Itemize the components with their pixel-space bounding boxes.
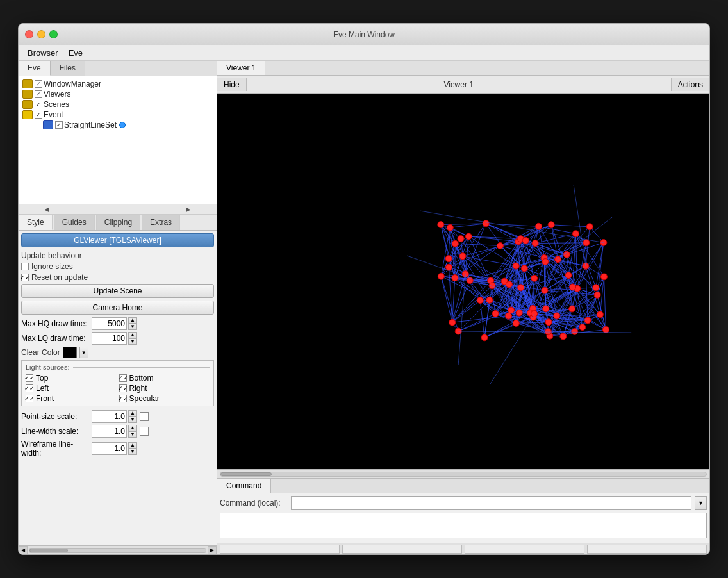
update-scene-button[interactable]: Update Scene	[21, 284, 214, 298]
point-size-check[interactable]	[140, 412, 149, 421]
light-specular: ✓ Specular	[119, 394, 210, 403]
line-width-up[interactable]: ▲	[128, 425, 137, 431]
wireframe-spinbox: ▲ ▼	[92, 442, 137, 455]
light-front: ✓ Front	[26, 394, 117, 403]
menu-browser[interactable]: Browser	[22, 47, 63, 59]
scroll-right-btn[interactable]: ▶	[208, 546, 217, 555]
tree-checkbox[interactable]: ✓	[55, 121, 63, 129]
command-content: Command (local): ▼	[217, 493, 709, 543]
tab-eve[interactable]: Eve	[19, 61, 51, 76]
update-behaviour-section: Update behaviour	[21, 251, 214, 260]
light-top: ✓ Top	[26, 374, 117, 383]
tree-checkbox[interactable]: ✓	[35, 111, 42, 119]
command-local-dropdown[interactable]: ▼	[695, 496, 707, 510]
status-segment-4	[587, 545, 707, 554]
window-title: Eve Main Window	[333, 30, 395, 39]
tree-label: StraightLineSet	[64, 120, 117, 129]
wireframe-row: Wireframe line-width: ▲ ▼	[21, 440, 214, 458]
max-hq-spinbox: ▲ ▼	[92, 317, 137, 330]
status-segment-2	[342, 545, 462, 554]
glviewer-button[interactable]: GLViewer [TGLSAViewer]	[21, 233, 214, 247]
max-lq-up[interactable]: ▲	[128, 332, 137, 338]
light-top-checkbox[interactable]: ✓	[26, 374, 33, 382]
prop-tab-style[interactable]: Style	[19, 215, 53, 230]
right-panel: Viewer 1 Hide Viewer 1 Actions Command	[217, 61, 709, 554]
h-scrollbar-track	[29, 548, 206, 553]
line-width-down[interactable]: ▼	[128, 431, 137, 438]
tree-item-windowmanager[interactable]: ✓ WindowManager	[20, 79, 215, 89]
max-hq-up[interactable]: ▲	[128, 317, 137, 324]
folder-icon	[43, 120, 53, 129]
command-local-input[interactable]	[291, 496, 691, 510]
light-front-checkbox[interactable]: ✓	[26, 395, 33, 402]
line-width-arrows: ▲ ▼	[128, 425, 137, 438]
point-size-up[interactable]: ▲	[128, 410, 137, 417]
hide-button[interactable]: Hide	[217, 78, 247, 91]
point-size-down[interactable]: ▼	[128, 417, 137, 423]
line-width-row: Line-width scale: ▲ ▼	[21, 425, 214, 438]
command-tab[interactable]: Command	[217, 479, 271, 493]
scroll-left-arrow[interactable]: ◀	[44, 206, 49, 213]
wireframe-up[interactable]: ▲	[128, 442, 137, 449]
reset-on-update-checkbox[interactable]: ✓	[21, 274, 29, 281]
prop-tab-clipping[interactable]: Clipping	[96, 215, 140, 230]
scroll-left-btn[interactable]: ◀	[19, 546, 28, 555]
command-local-row: Command (local): ▼	[220, 496, 707, 510]
max-hq-label: Max HQ draw time:	[21, 319, 92, 328]
folder-icon	[22, 100, 33, 109]
scroll-arrows: ◀ ▶	[19, 204, 217, 215]
tree-checkbox[interactable]: ✓	[35, 101, 42, 108]
line-width-spinbox: ▲ ▼	[92, 425, 137, 438]
light-bottom-checkbox[interactable]: ✓	[119, 374, 127, 382]
point-size-input[interactable]	[92, 410, 127, 423]
minimize-button[interactable]	[37, 30, 46, 38]
close-button[interactable]	[25, 30, 33, 38]
canvas-scrollbar-thumb	[220, 472, 272, 476]
tree-item-scenes[interactable]: ✓ Scenes	[20, 99, 215, 110]
prop-tab-extras[interactable]: Extras	[142, 215, 180, 230]
light-specular-label: Specular	[129, 394, 160, 403]
gl-canvas[interactable]	[217, 94, 709, 469]
prop-tab-guides[interactable]: Guides	[54, 215, 95, 230]
tree-item-viewers[interactable]: ✓ Viewers	[20, 89, 215, 99]
max-hq-input[interactable]	[92, 317, 127, 330]
lights-group: Light sources: ✓ Top ✓ Bottom	[21, 360, 214, 406]
tree-item-event[interactable]: ✓ Event	[20, 110, 215, 120]
divider	[87, 256, 214, 256]
wireframe-down[interactable]: ▼	[128, 449, 137, 455]
color-indicator	[119, 122, 126, 128]
scroll-right-arrow[interactable]: ▶	[186, 206, 191, 213]
light-left-checkbox[interactable]: ✓	[26, 384, 33, 392]
light-right-checkbox[interactable]: ✓	[119, 384, 127, 392]
wireframe-input[interactable]	[92, 442, 127, 455]
point-size-arrows: ▲ ▼	[128, 410, 137, 423]
light-specular-checkbox[interactable]: ✓	[119, 395, 127, 402]
update-behaviour-label: Update behaviour	[21, 251, 82, 260]
light-front-label: Front	[36, 394, 54, 403]
max-lq-down[interactable]: ▼	[128, 338, 137, 345]
tree-label: Scenes	[44, 100, 69, 109]
camera-home-button[interactable]: Camera Home	[21, 301, 214, 315]
actions-button[interactable]: Actions	[671, 78, 709, 91]
canvas-scrollbar-track	[220, 472, 707, 477]
folder-icon	[22, 90, 33, 99]
line-width-check[interactable]	[140, 427, 149, 436]
tree-checkbox[interactable]: ✓	[35, 90, 42, 98]
folder-icon	[22, 79, 33, 88]
line-width-input[interactable]	[92, 425, 127, 438]
clear-color-dropdown[interactable]: ▼	[79, 347, 88, 358]
maximize-button[interactable]	[49, 30, 58, 38]
tree-item-straightlineset[interactable]: ✓ StraightLineSet	[20, 120, 215, 130]
ignore-sizes-checkbox[interactable]	[21, 263, 29, 270]
light-bottom-label: Bottom	[129, 374, 154, 383]
point-size-row: Point-size scale: ▲ ▼	[21, 410, 214, 423]
menu-eve[interactable]: Eve	[63, 47, 88, 59]
max-hq-down[interactable]: ▼	[128, 324, 137, 330]
clear-color-swatch[interactable]	[63, 347, 77, 358]
tree-checkbox[interactable]: ✓	[35, 80, 42, 88]
viewer-tab-1[interactable]: Viewer 1	[217, 61, 265, 75]
light-right-label: Right	[129, 384, 147, 393]
tab-files[interactable]: Files	[51, 61, 85, 76]
command-textarea[interactable]	[220, 513, 707, 538]
max-lq-input[interactable]	[92, 332, 127, 345]
